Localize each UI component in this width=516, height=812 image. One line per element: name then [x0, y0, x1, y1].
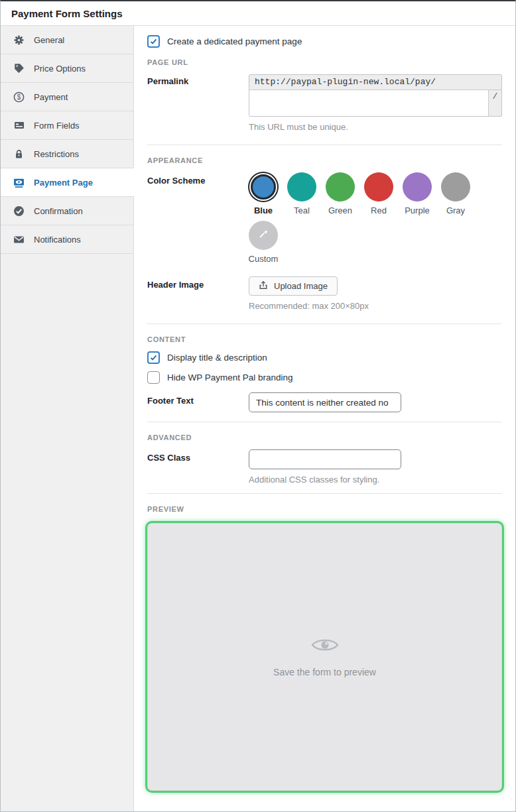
sidebar: General Price Options $ — [1, 26, 134, 811]
hide-branding-label: Hide WP Payment Pal branding — [167, 373, 293, 382]
lock-icon — [13, 148, 25, 160]
swatch-blue-circle — [251, 174, 276, 200]
section-appearance: APPEARANCE — [147, 156, 502, 164]
swatch-teal[interactable]: Teal — [287, 172, 316, 215]
sidebar-item-label: Form Fields — [34, 121, 80, 131]
swatch-gray[interactable]: Gray — [441, 172, 470, 215]
section-preview: PREVIEW — [147, 505, 502, 513]
swatch-purple[interactable]: Purple — [403, 172, 432, 215]
upload-image-button-label: Upload Image — [274, 281, 328, 291]
hide-branding-row: Hide WP Payment Pal branding — [147, 371, 502, 384]
upload-image-button[interactable]: Upload Image — [249, 276, 338, 296]
form-fields-icon — [13, 120, 25, 131]
settings-panel: Create a dedicated payment page PAGE URL… — [134, 26, 515, 811]
permalink-slug-input[interactable] — [249, 90, 488, 116]
divider — [147, 145, 502, 145]
page-eye-icon — [13, 177, 25, 188]
css-class-input[interactable] — [249, 449, 401, 469]
swatch-custom-circle — [249, 221, 278, 250]
sidebar-item-label: Confirmation — [34, 206, 83, 216]
sidebar-item-label: Payment Page — [34, 178, 93, 188]
upload-help: Recommended: max 200×80px — [249, 301, 502, 311]
sidebar-item-label: Notifications — [34, 235, 81, 245]
swatch-blue[interactable]: Blue — [249, 172, 278, 215]
permalink-url-prefix: http://paypal-plugin-new.local/pay/ — [249, 75, 501, 90]
eyedropper-icon — [257, 228, 269, 243]
color-scheme-label: Color Scheme — [147, 172, 249, 186]
preview-placeholder-text: Save the form to preview — [273, 667, 376, 677]
sidebar-item-notifications[interactable]: Notifications — [1, 225, 133, 254]
page-title: Payment Form Settings — [11, 8, 123, 19]
divider — [147, 323, 502, 324]
footer-text-input[interactable] — [249, 392, 401, 412]
hide-branding-checkbox[interactable] — [147, 371, 160, 384]
section-advanced: ADVANCED — [147, 434, 502, 441]
header-image-row: Header Image Upload Image Recommended: m… — [147, 276, 502, 311]
permalink-label: Permalink — [147, 74, 249, 86]
display-title-checkbox[interactable] — [147, 351, 160, 364]
permalink-widget: http://paypal-plugin-new.local/pay/ / — [249, 74, 502, 117]
sidebar-item-form-fields[interactable]: Form Fields — [1, 111, 133, 140]
permalink-row: Permalink http://paypal-plugin-new.local… — [147, 74, 502, 132]
envelope-icon — [13, 234, 25, 245]
sidebar-item-label: Price Options — [34, 64, 86, 74]
dedicated-page-checkbox[interactable] — [147, 35, 160, 48]
sidebar-item-payment[interactable]: $ Payment — [1, 83, 133, 111]
css-class-help: Additional CSS classes for styling. — [249, 475, 502, 485]
swatch-red[interactable]: Red — [364, 172, 393, 215]
sidebar-item-price-options[interactable]: Price Options — [1, 54, 133, 83]
css-class-row: CSS Class Additional CSS classes for sty… — [147, 449, 502, 485]
section-content: CONTENT — [147, 335, 502, 343]
swatch-red-circle — [364, 172, 393, 202]
display-title-label: Display title & description — [167, 353, 267, 363]
dedicated-page-row: Create a dedicated payment page — [147, 35, 502, 48]
display-title-row: Display title & description — [147, 351, 502, 364]
swatch-gray-circle — [441, 172, 470, 202]
permalink-help: This URL must be unique. — [249, 122, 502, 132]
dedicated-page-label: Create a dedicated payment page — [167, 36, 302, 46]
svg-text:$: $ — [17, 93, 21, 101]
swatch-custom[interactable]: Custom — [249, 221, 278, 264]
color-swatch-grid: Blue Teal Green Red — [249, 172, 502, 215]
gear-icon — [13, 34, 25, 46]
css-class-label: CSS Class — [147, 449, 249, 463]
swatch-green-circle — [326, 172, 355, 202]
sidebar-item-label: Payment — [34, 92, 68, 102]
sidebar-item-label: General — [34, 35, 64, 45]
permalink-url-suffix: / — [488, 90, 501, 116]
payment-form-settings-window: Payment Form Settings — [0, 0, 516, 812]
form-preview-box: Save the form to preview — [145, 521, 504, 793]
sidebar-item-label: Restrictions — [34, 149, 79, 159]
tag-icon — [13, 63, 25, 74]
swatch-teal-circle — [287, 172, 316, 202]
check-circle-icon — [13, 205, 25, 217]
sidebar-item-confirmation[interactable]: Confirmation — [1, 197, 133, 225]
sidebar-item-payment-page[interactable]: Payment Page — [1, 168, 134, 197]
divider — [147, 422, 502, 422]
swatch-purple-circle — [403, 172, 432, 202]
section-page-url: PAGE URL — [147, 58, 502, 66]
eye-icon — [311, 636, 339, 656]
window-header: Payment Form Settings — [1, 1, 515, 26]
dollar-circle-icon: $ — [13, 91, 25, 103]
swatch-green[interactable]: Green — [326, 172, 355, 215]
sidebar-item-restrictions[interactable]: Restrictions — [1, 140, 133, 168]
header-image-label: Header Image — [147, 276, 249, 290]
divider — [147, 493, 502, 494]
upload-icon — [259, 280, 268, 292]
sidebar-item-general[interactable]: General — [1, 26, 133, 54]
color-scheme-row: Color Scheme Blue Teal Green — [147, 172, 502, 264]
footer-text-label: Footer Text — [147, 392, 249, 406]
footer-text-row: Footer Text — [147, 392, 502, 412]
